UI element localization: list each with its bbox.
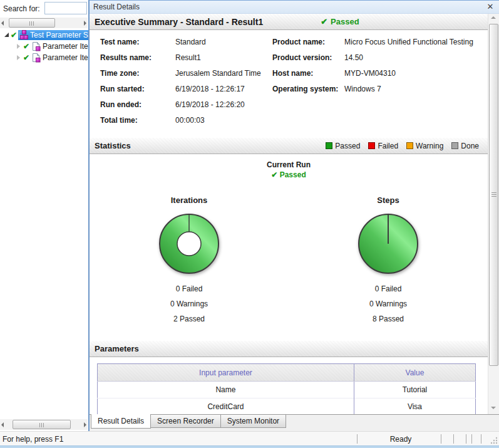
legend-item-passed: Passed — [326, 142, 360, 150]
status-passed-label: Passed — [280, 170, 306, 179]
expander-expanded-icon[interactable] — [4, 33, 9, 37]
summary-fields: Test name: Standard Results name: Result… — [90, 30, 488, 138]
done-swatch-icon — [451, 142, 458, 149]
chart-title: Iterations — [90, 195, 289, 205]
scrollbar-grip — [39, 423, 44, 427]
test-cubes-icon — [18, 30, 28, 40]
legend-item-failed: Failed — [368, 142, 398, 150]
status-bar: For help, press F1 Ready — [0, 431, 499, 445]
legend-label: Done — [461, 142, 479, 150]
warnings-count: 0 Warnings — [289, 300, 488, 308]
parameters-header: Parameters — [90, 341, 488, 357]
scroll-up-icon[interactable] — [488, 14, 499, 24]
scrollbar-thumb[interactable] — [13, 420, 71, 429]
field-label: Time zone: — [100, 69, 175, 78]
statusbar-separator — [441, 434, 441, 444]
legend-item-warning: Warning — [406, 142, 443, 150]
scroll-right-icon[interactable] — [80, 18, 88, 28]
passed-check-icon: ✔ — [11, 31, 17, 39]
current-run-status: ✔ Passed — [90, 170, 488, 179]
tab-screen-recorder[interactable]: Screen Recorder — [150, 415, 221, 428]
passed-check-icon: ✔ — [23, 53, 29, 62]
parameters-table: Input parameter Value Name Tutorial Cred… — [97, 363, 476, 414]
statistics-legend: Passed Failed Warning Done — [326, 142, 483, 150]
summary-fields-right: Product name: Micro Focus Unified Functi… — [272, 38, 473, 93]
passed-check-icon: ✔ — [23, 42, 29, 51]
expander-collapsed-icon[interactable] — [17, 55, 20, 60]
statistics-header: Statistics Passed Failed Warning — [90, 138, 488, 154]
field-label: Product version: — [272, 53, 344, 62]
help-text: For help, press F1 — [3, 435, 63, 444]
warnings-count: 0 Warnings — [90, 300, 289, 308]
close-icon[interactable]: ✕ — [485, 2, 495, 12]
param-value-cell: Tutorial — [354, 382, 475, 399]
legend-label: Failed — [378, 142, 398, 150]
parameter-page-icon — [31, 53, 41, 63]
chart-title: Steps — [289, 195, 488, 205]
table-row: Name Tutorial — [98, 382, 476, 399]
field-value: Micro Focus Unified Functional Testing — [344, 38, 473, 46]
content-vertical-scrollbar[interactable] — [488, 14, 499, 414]
field-label: Total time: — [100, 116, 175, 125]
passed-count: 8 Passed — [289, 315, 488, 323]
tree-horizontal-scrollbar-bottom[interactable] — [0, 419, 88, 430]
steps-pie-chart — [356, 211, 421, 276]
tree-item-label: Parameter Ite — [41, 41, 88, 51]
parameter-page-icon — [31, 41, 41, 51]
field-value: 6/19/2018 - 12:26:17 — [175, 85, 261, 93]
tree-item-test-parameter[interactable]: ✔ Test Parameter S — [0, 29, 88, 41]
search-row: Search for: — [0, 0, 88, 16]
tree-horizontal-scrollbar-top[interactable] — [0, 18, 88, 28]
tree-item-parameter-2[interactable]: ✔ Parameter Ite — [0, 52, 88, 63]
status-passed-label: Passed — [331, 17, 359, 26]
scrollbar-thumb[interactable] — [9, 18, 55, 28]
summary-status: ✔ Passed — [321, 17, 359, 26]
warning-swatch-icon — [406, 142, 413, 149]
param-name-cell: Name — [98, 382, 354, 399]
field-label: Test name: — [100, 38, 175, 46]
charts-row: Iterations 0 Failed 0 Warnings 2 Passed … — [90, 179, 488, 323]
bottom-tabbar: Result Details Screen Recorder System Mo… — [90, 415, 499, 431]
pane-title: Result Details — [93, 3, 485, 11]
failed-count: 0 Failed — [90, 284, 289, 293]
pane-titlebar: Result Details ✕ — [90, 0, 499, 14]
search-input[interactable] — [44, 2, 87, 14]
scroll-down-icon[interactable] — [488, 403, 499, 413]
scroll-right-icon[interactable] — [80, 419, 88, 430]
field-value: 14.50 — [344, 53, 473, 62]
field-value: Result1 — [175, 53, 261, 62]
tab-result-details[interactable]: Result Details — [91, 414, 151, 429]
results-tree-panel: Search for: ✔ Tes — [0, 0, 88, 431]
resize-grip-icon[interactable] — [490, 436, 498, 444]
field-label: Operating system: — [272, 85, 344, 93]
field-value: MYD-VM04310 — [344, 69, 473, 78]
passed-count: 2 Passed — [90, 315, 289, 323]
tree-item-label: Parameter Ite — [41, 53, 88, 63]
statusbar-separator — [453, 434, 454, 444]
scrollbar-grip — [29, 21, 34, 26]
tree-item-selected[interactable]: Test Parameter S — [18, 30, 88, 40]
current-run-block: Current Run ✔ Passed — [90, 160, 488, 179]
steps-chart: Steps 0 Failed 0 Warnings 8 Passed — [289, 179, 488, 323]
statusbar-separator — [466, 434, 466, 444]
parameters-title: Parameters — [95, 344, 139, 353]
field-value: 6/19/2018 - 12:26:20 — [175, 100, 261, 109]
expander-collapsed-icon[interactable] — [17, 44, 20, 49]
legend-label: Warning — [416, 142, 443, 150]
field-label: Run ended: — [100, 100, 175, 109]
scrollbar-grip — [491, 192, 496, 197]
passed-check-icon: ✔ — [321, 17, 327, 26]
scrollbar-thumb[interactable] — [489, 24, 498, 366]
result-viewer-window: Search for: ✔ Tes — [0, 0, 499, 448]
scroll-left-icon[interactable] — [0, 419, 8, 430]
statusbar-separator — [471, 434, 472, 444]
legend-item-done: Done — [451, 142, 479, 150]
tree-item-parameter-1[interactable]: ✔ Parameter Ite — [0, 41, 88, 52]
param-value-cell: Visa — [354, 399, 475, 415]
executive-summary-title: Executive Summary - Standard - Result1 — [95, 17, 263, 27]
scroll-left-icon[interactable] — [0, 18, 8, 28]
executive-summary-header: Executive Summary - Standard - Result1 ✔… — [90, 14, 488, 30]
tab-system-monitor[interactable]: System Monitor — [220, 415, 286, 428]
results-tree: ✔ Test Parameter S ✔ — [0, 29, 88, 63]
current-run-label: Current Run — [90, 160, 488, 169]
